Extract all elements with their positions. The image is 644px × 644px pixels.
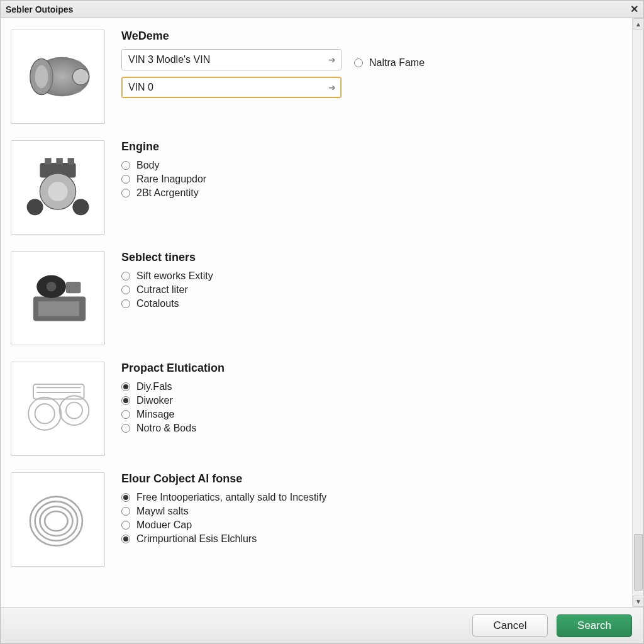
search-button[interactable]: Search (557, 614, 632, 637)
radio-icon (121, 286, 130, 294)
section-propact: Propact Elutication Diy.Fals Diwoker Min… (11, 362, 618, 456)
radio-label: 2Bt Acrgentity (136, 187, 199, 199)
svg-point-19 (35, 404, 55, 423)
engine-opt-2bt[interactable]: 2Bt Acrgentity (121, 187, 618, 199)
svg-point-11 (27, 199, 43, 215)
radio-icon (121, 396, 130, 405)
radio-label: Sift eworks Extity (136, 270, 213, 282)
svg-point-20 (60, 396, 89, 425)
svg-point-4 (72, 69, 89, 85)
radio-icon (121, 410, 130, 419)
section-title: Elour Cobject Al fonse (121, 472, 618, 486)
window-title: Sebler Outoipes (6, 4, 73, 14)
title-bar: Sebler Outoipes ✕ (1, 1, 643, 18)
svg-point-18 (28, 397, 61, 430)
radio-label: Moduer Cap (136, 519, 192, 531)
radio-label: Cotalouts (136, 298, 179, 309)
rings-icon (17, 479, 99, 560)
radio-icon (121, 272, 130, 280)
radio-icon (121, 507, 130, 516)
radio-label: Cutract liter (136, 284, 188, 296)
radio-icon (121, 521, 130, 530)
radio-label: Diwoker (136, 395, 173, 406)
elour-opt-moduer[interactable]: Moduer Cap (121, 519, 618, 531)
radio-label: Naltra Fame (369, 57, 425, 69)
radio-icon (121, 493, 130, 502)
elour-opt-crimp[interactable]: Crimpurtional Esis Elchlurs (121, 533, 618, 545)
turbine-icon (17, 36, 99, 118)
button-label: Cancel (494, 619, 527, 632)
radio-label: Free Intooperiatics, antally sald to Inc… (136, 492, 326, 503)
radio-icon (121, 382, 130, 391)
svg-point-2 (35, 65, 48, 88)
svg-rect-14 (38, 301, 79, 316)
propact-opt-diyfals[interactable]: Diy.Fals (121, 381, 618, 392)
section-title: Seblect tiners (121, 251, 618, 264)
content-area: WeDeme VIN 3 Modle's VIN ➜ Naltra Fame V… (1, 18, 643, 607)
schematic-icon (17, 368, 99, 450)
thumb-wedeme (11, 30, 105, 124)
scroll-pane: WeDeme VIN 3 Modle's VIN ➜ Naltra Fame V… (1, 18, 632, 607)
thumb-seblect (11, 251, 105, 345)
elour-opt-maywl[interactable]: Maywl salts (121, 506, 618, 517)
radio-icon (121, 424, 130, 433)
vin-0-combo[interactable]: VIN 0 ➜ (121, 77, 341, 98)
elour-opt-free[interactable]: Free Intooperiatics, antally sald to Inc… (121, 492, 618, 503)
dialog-window: Sebler Outoipes ✕ WeDeme (0, 0, 644, 644)
svg-point-28 (45, 511, 67, 531)
scroll-thumb[interactable] (634, 534, 643, 591)
section-engine: Engine Body Rare Inagupdor 2Bt Acrgentit… (11, 140, 618, 235)
radio-label: Notro & Bods (136, 423, 196, 434)
seblect-opt-cutract[interactable]: Cutract liter (121, 284, 618, 296)
naltra-fame-radio[interactable]: Naltra Fame (354, 57, 425, 69)
propact-opt-minsage[interactable]: Minsage (121, 409, 618, 420)
svg-point-16 (47, 282, 57, 292)
seblect-opt-sift[interactable]: Sift eworks Extity (121, 270, 618, 282)
section-elour: Elour Cobject Al fonse Free Intooperiati… (11, 472, 618, 567)
svg-point-10 (48, 182, 67, 201)
propact-opt-diwoker[interactable]: Diwoker (121, 395, 618, 406)
thumb-engine (11, 140, 105, 235)
scroll-down-icon[interactable]: ▼ (633, 596, 644, 607)
radio-icon (121, 189, 130, 197)
section-title: Engine (121, 140, 618, 153)
vin-model-combo[interactable]: VIN 3 Modle's VIN ➜ (121, 49, 341, 70)
radio-icon (121, 535, 130, 543)
radio-label: Crimpurtional Esis Elchlurs (136, 533, 257, 545)
close-icon[interactable]: ✕ (628, 4, 640, 15)
radio-label: Rare Inagupdor (136, 174, 206, 185)
svg-rect-6 (45, 158, 51, 164)
scroll-up-icon[interactable]: ▲ (633, 18, 644, 30)
svg-point-12 (72, 199, 89, 215)
combo-value: VIN 0 (128, 82, 153, 93)
svg-rect-7 (56, 158, 62, 164)
radio-icon (121, 299, 130, 308)
engine-icon (17, 147, 99, 228)
radio-label: Maywl salts (136, 506, 189, 517)
section-title: WeDeme (121, 30, 618, 43)
button-label: Search (577, 619, 611, 632)
chevron-right-icon: ➜ (328, 55, 336, 65)
dialog-footer: Cancel Search (1, 607, 643, 643)
radio-icon (121, 175, 130, 184)
engine-opt-rare[interactable]: Rare Inagupdor (121, 174, 618, 185)
thumb-propact (11, 362, 105, 456)
svg-point-21 (66, 402, 82, 419)
svg-rect-17 (66, 282, 80, 293)
svg-rect-8 (68, 158, 74, 164)
section-seblect: Seblect tiners Sift eworks Extity Cutrac… (11, 251, 618, 345)
section-title: Propact Elutication (121, 362, 618, 375)
propact-opt-notro[interactable]: Notro & Bods (121, 423, 618, 434)
radio-label: Minsage (136, 409, 174, 420)
radio-label: Diy.Fals (136, 381, 172, 392)
radio-icon (354, 58, 363, 67)
chevron-right-icon: ➜ (328, 82, 336, 92)
thumb-elour (11, 472, 105, 567)
gearbox-icon (17, 257, 99, 339)
seblect-opt-cotalouts[interactable]: Cotalouts (121, 298, 618, 309)
engine-opt-body[interactable]: Body (121, 160, 618, 171)
svg-point-26 (35, 501, 78, 540)
cancel-button[interactable]: Cancel (472, 614, 548, 637)
vertical-scrollbar[interactable]: ▲ ▼ (632, 18, 643, 607)
combo-value: VIN 3 Modle's VIN (128, 54, 210, 65)
